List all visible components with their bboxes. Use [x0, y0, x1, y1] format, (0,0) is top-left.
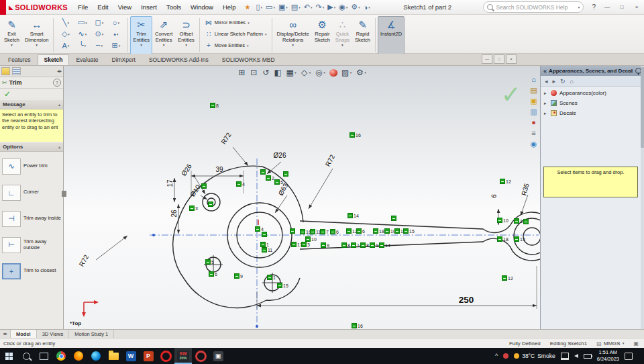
- sketch-relation-badge[interactable]: [283, 171, 288, 177]
- dimension-label-39[interactable]: 39: [215, 166, 223, 173]
- options-section-header[interactable]: Options: [3, 144, 23, 150]
- construction-line-tool[interactable]: ╌ ▾: [91, 40, 107, 51]
- print-icon[interactable]: ▤ ▾: [290, 2, 302, 12]
- pm-tab-sketch-icon[interactable]: [1, 67, 10, 75]
- doc-close-button[interactable]: ×: [506, 54, 517, 64]
- dimension-label-Ø10[interactable]: Ø10: [189, 183, 202, 198]
- confirmation-corner-check-icon[interactable]: ✓: [501, 81, 521, 109]
- sketch-relation-badge[interactable]: 14: [379, 242, 390, 248]
- sketch-relation-badge[interactable]: 10: [305, 236, 317, 242]
- sketch-relation-badge[interactable]: 15: [277, 283, 288, 288]
- sketch-relation-badge[interactable]: 18: [373, 228, 384, 234]
- tray-expand-icon[interactable]: ^: [495, 353, 498, 359]
- collapse-pane-icon[interactable]: «: [543, 68, 547, 75]
- zoom-to-fit-icon[interactable]: ⊞: [237, 68, 246, 77]
- previous-view-icon[interactable]: ↺: [262, 68, 270, 77]
- panel-splitter-icon[interactable]: ◂▸: [57, 69, 62, 74]
- smart-dimension-button[interactable]: ↔ Smart Dimension ▾: [22, 16, 51, 54]
- custom-properties-icon[interactable]: ≡: [531, 129, 535, 137]
- volume-icon[interactable]: [574, 354, 578, 358]
- sketch-relation-badge[interactable]: 3: [189, 206, 198, 211]
- sketch-relation-badge[interactable]: 1: [267, 275, 276, 280]
- sketch-relation-badge[interactable]: 3: [301, 242, 310, 247]
- sketch-relation-badge[interactable]: 16: [350, 132, 361, 138]
- refresh-icon[interactable]: ↻: [560, 78, 566, 85]
- sketch-relation-badge[interactable]: 12: [502, 275, 513, 281]
- command-tab[interactable]: Evaluate: [69, 54, 105, 65]
- sketch-relation-badge[interactable]: 7: [320, 229, 329, 234]
- sketch-relation-badge[interactable]: 9: [234, 273, 243, 279]
- panel-resize-handle[interactable]: [62, 191, 66, 197]
- sketch-relation-badge[interactable]: [260, 169, 266, 175]
- powerpoint-icon[interactable]: P: [140, 348, 157, 364]
- menu-item[interactable]: File: [73, 1, 93, 13]
- line-tool[interactable]: ╲ ▾: [57, 17, 74, 28]
- message-section-header[interactable]: Message: [3, 101, 25, 107]
- pm-tab-list-icon[interactable]: [12, 67, 21, 75]
- view-settings-icon[interactable]: ⚙ ▾: [356, 68, 366, 77]
- task-pane-scrollbar[interactable]: [641, 66, 644, 329]
- spline-tool[interactable]: ∿ ▾: [74, 28, 91, 40]
- word-icon[interactable]: W: [122, 348, 140, 364]
- tree-item-decals[interactable]: ▸ Decals: [541, 108, 644, 118]
- dimension-label-Ø26[interactable]: Ø26: [274, 152, 286, 159]
- apply-scene-icon[interactable]: ▨ ▾: [341, 68, 352, 77]
- graphics-viewport[interactable]: R72Ø26Ø263917Ø1026Ø63R72R72R356250816425…: [64, 66, 540, 329]
- model-tab[interactable]: 3D Views: [37, 330, 70, 338]
- mirror-entities-button[interactable]: ⋈ Mirror Entities ▾: [202, 17, 270, 28]
- customize-statusbar-icon[interactable]: ▣: [633, 340, 639, 347]
- sketch-relation-badge[interactable]: 11: [262, 247, 272, 253]
- expander-icon[interactable]: ▸: [544, 111, 548, 116]
- command-tab[interactable]: SOLIDWORKS Add-Ins: [142, 54, 215, 65]
- task-view-button[interactable]: [35, 348, 52, 364]
- units-selector[interactable]: MMGS: [604, 340, 621, 347]
- rectangle-tool[interactable]: ▭ ▾: [74, 17, 91, 28]
- sketch-relation-badge[interactable]: 9: [321, 242, 329, 248]
- sketch-relation-badge[interactable]: 13: [514, 236, 525, 242]
- edit-appearance-icon[interactable]: ◑ ▾: [362, 3, 372, 12]
- section-view-icon[interactable]: ◧: [274, 68, 282, 77]
- dimension-label-250[interactable]: 250: [459, 295, 474, 305]
- chrome-icon[interactable]: [52, 348, 70, 364]
- move-entities-button[interactable]: + Move Entities ▾: [202, 40, 270, 51]
- solidworks-taskbar-icon[interactable]: SW 20%: [174, 348, 192, 364]
- edge-icon[interactable]: [87, 348, 105, 364]
- sketch-relation-badge[interactable]: 6: [209, 271, 217, 277]
- model-tab[interactable]: Model: [11, 330, 37, 338]
- doc-minimize-button[interactable]: —: [482, 54, 492, 64]
- pattern-tool[interactable]: ⊞ ▾: [107, 40, 124, 51]
- edit-appearance-icon[interactable]: [329, 69, 337, 77]
- design-library-icon[interactable]: ▤: [530, 86, 537, 94]
- sketch-relation-badge[interactable]: [391, 216, 396, 221]
- capture-icon[interactable]: ▣: [209, 348, 227, 364]
- slot-tool[interactable]: ◻ ▾: [91, 17, 107, 28]
- minimize-button[interactable]: —: [600, 1, 614, 14]
- menu-item[interactable]: View: [113, 1, 136, 13]
- tab-scroll-icons[interactable]: ◂▸: [0, 330, 11, 338]
- select-cursor-icon[interactable]: ▶ ▾: [326, 2, 337, 12]
- solidworks-resources-icon[interactable]: ⌂: [531, 75, 536, 83]
- forward-icon[interactable]: ▸: [553, 78, 556, 85]
- redo-icon[interactable]: ↷ ▾: [314, 2, 325, 12]
- start-button[interactable]: [0, 348, 17, 364]
- expander-icon[interactable]: ▸: [544, 91, 548, 96]
- power-trim-option[interactable]: ∿ Power trim: [0, 153, 63, 179]
- zoom-area-icon[interactable]: ⊡: [250, 68, 258, 77]
- command-tab[interactable]: Sketch: [38, 54, 70, 65]
- sketch-text-tool[interactable]: A ▾: [57, 40, 74, 51]
- menu-item[interactable]: Edit: [93, 1, 113, 13]
- display-style-icon[interactable]: ◇ ▾: [301, 68, 311, 77]
- new-document-icon[interactable]: ▯ ▾: [254, 2, 264, 12]
- options-gear-icon[interactable]: ⚙ ▾: [350, 2, 361, 12]
- sketch-relation-badge[interactable]: 6: [356, 228, 365, 234]
- menu-item[interactable]: Help: [218, 1, 241, 13]
- convert-entities-button[interactable]: ⇗ Convert Entities ▾: [152, 16, 175, 54]
- dimension-label-26[interactable]: 26: [170, 210, 178, 217]
- clock-widget[interactable]: 1:51 AM 6/24/2023: [597, 349, 619, 363]
- dimension-label-R35[interactable]: R35: [520, 183, 530, 197]
- sketch-relation-badge[interactable]: 4: [255, 226, 264, 232]
- file-explorer-icon[interactable]: ▣: [530, 97, 537, 105]
- trim-away-inside-option[interactable]: ⊣ Trim away inside: [0, 206, 63, 232]
- help-button[interactable]: ?: [588, 3, 600, 11]
- open-document-icon[interactable]: ▭ ▾: [264, 2, 276, 12]
